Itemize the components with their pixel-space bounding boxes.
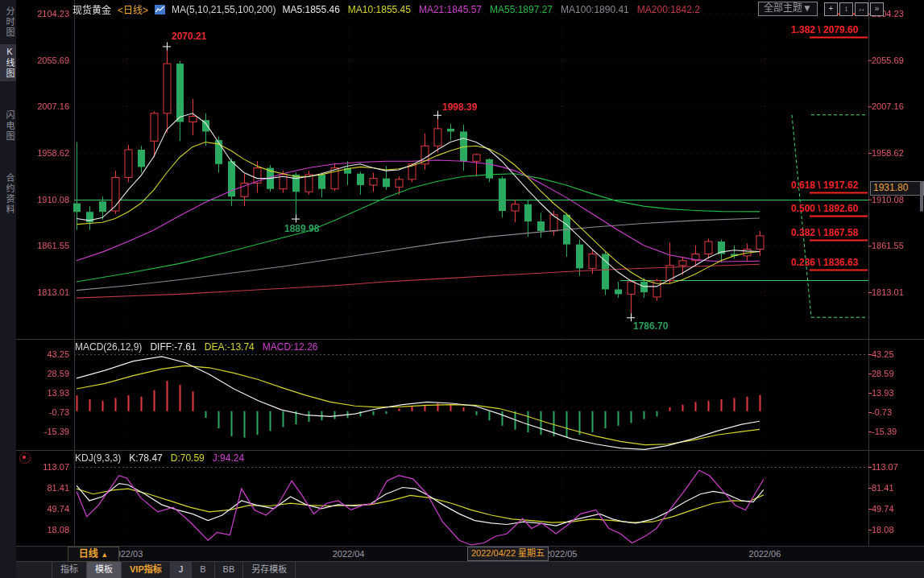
price-axis-label: 1958.62: [16, 148, 69, 158]
fib-level-label: 1.382 \ 2079.60: [791, 24, 872, 35]
price-axis-label: 43.25: [16, 349, 69, 359]
fit-vertical-icon[interactable]: ↕: [839, 2, 853, 16]
price-axis-label: -15.39: [872, 427, 897, 436]
price-axis-label: 1861.55: [16, 241, 69, 250]
chart-type-icon: [155, 5, 165, 14]
period-tag: <日线>: [118, 2, 148, 16]
theme-dropdown-button[interactable]: 全部主题▼: [758, 2, 818, 16]
price-axis-label: 1861.55: [872, 241, 904, 250]
price-axis-label: 2007.16: [16, 101, 69, 111]
kdj-readout: J:94.24: [213, 452, 244, 464]
fib-level-label: 0.236 \ 1836.63: [791, 257, 872, 268]
fib-level-label: 0.382 \ 1867.58: [791, 227, 872, 238]
macd-readout-row: MACD(26,12,9) DIFF:-7.61DEA:-13.74MACD:1…: [75, 341, 317, 353]
price-axis-label: 2055.69: [16, 56, 69, 65]
price-axis-label: -15.39: [16, 427, 69, 436]
chart-header: 现货黄金<日线> MA(5,10,21,55,100,200) MA5:1855…: [16, 0, 924, 18]
price-axis-label: 2007.16: [872, 101, 904, 111]
price-axis-label: 1910.08: [872, 195, 904, 204]
price-axis-label: 28.59: [16, 369, 69, 378]
period-selector[interactable]: 日线 ▲: [68, 547, 119, 562]
pan-icon[interactable]: +: [824, 2, 838, 16]
jump-latest-icon[interactable]: »: [870, 2, 884, 16]
tab-2[interactable]: 模板: [87, 562, 122, 578]
price-axis-label: 1813.01: [872, 287, 904, 297]
fib-level-label: 0.500 \ 1892.60: [791, 203, 872, 214]
price-extreme-label: 2070.21: [172, 31, 206, 42]
price-axis-label: 18.08: [872, 525, 894, 535]
price-extreme-label: 1786.70: [633, 320, 668, 332]
chart-canvas[interactable]: [16, 0, 924, 546]
chart-area: 2104.232104.232055.692055.692007.162007.…: [16, 0, 924, 546]
price-axis-label: 28.59: [872, 369, 894, 378]
month-label: 2022/04: [333, 549, 365, 559]
tab-3[interactable]: VIP指标: [122, 562, 171, 578]
header-left: 现货黄金<日线> MA(5,10,21,55,100,200) MA5:1855…: [73, 2, 700, 16]
symbol-name: 现货黄金: [73, 2, 111, 16]
price-axis-label: 13.93: [872, 388, 894, 398]
macd-readout: DIFF:-7.61: [150, 341, 196, 353]
bottom-tab-bar: 指标模板VIP指标JBBB另存模板: [16, 561, 924, 578]
ma-readout: MA200:1842.2: [637, 4, 700, 15]
trading-terminal: 分时图K线图闪电图合约资料 现货黄金<日线> MA(5,10,21,55,100…: [0, 0, 924, 578]
kdj-params: KDJ(9,3,3): [75, 452, 121, 464]
fib-level-label: 0.618 \ 1917.62: [791, 180, 872, 191]
price-axis-label: 49.74: [872, 504, 894, 514]
month-label: 2022/06: [749, 549, 781, 559]
ma-settings-label: MA(5,10,21,55,100,200): [172, 4, 276, 15]
price-axis-label: 13.93: [16, 388, 69, 398]
indicator-settings-icon[interactable]: [19, 452, 31, 464]
sidebar-item-3[interactable]: 闪电图: [0, 108, 16, 144]
price-extreme-label: 1889.98: [284, 223, 319, 234]
price-axis-label: 43.25: [872, 349, 894, 359]
fit-horizontal-icon[interactable]: ↔: [855, 2, 868, 16]
price-axis-label: -0.73: [872, 407, 892, 417]
toolbar-icons: +↕↔»: [824, 2, 884, 16]
price-axis-label: 113.07: [872, 462, 898, 472]
price-axis-label: 1958.62: [872, 148, 904, 158]
left-sidebar: 分时图K线图闪电图合约资料: [0, 0, 17, 578]
sidebar-item-4[interactable]: 合约资料: [0, 171, 16, 217]
price-axis-label: -0.73: [16, 407, 69, 417]
ma-readout: MA100:1890.41: [561, 4, 629, 15]
macd-readout: DEA:-13.74: [205, 341, 255, 353]
macd-readout: MACD:12.26: [263, 341, 318, 353]
tab-5[interactable]: B: [192, 562, 214, 578]
ma-readout: MA5:1855.46: [282, 4, 339, 15]
price-axis-label: 81.41: [872, 483, 894, 493]
tab-1[interactable]: 指标: [52, 562, 87, 578]
kdj-values: K:78.47D:70.59J:94.24: [129, 452, 244, 464]
price-axis-label: 1813.01: [16, 287, 69, 297]
tab-7[interactable]: 另存模板: [243, 562, 296, 578]
kdj-readout-row: KDJ(9,3,3) K:78.47D:70.59J:94.24: [75, 452, 244, 464]
ma-readouts: MA5:1855.46MA10:1855.45MA21:1845.57MA55:…: [282, 4, 699, 15]
period-up-arrow: ▲: [101, 551, 108, 559]
date-axis-bar: 日线 ▲ 2022/032022/042022/052022/06 2022/0…: [16, 546, 924, 562]
price-axis-label: 1910.08: [16, 195, 69, 204]
tab-4[interactable]: J: [171, 562, 193, 578]
scrollbar-thumb[interactable]: [920, 181, 923, 212]
macd-values: DIFF:-7.61DEA:-13.74MACD:12.26: [150, 341, 317, 353]
macd-params: MACD(26,12,9): [75, 341, 142, 353]
price-axis-label: 2055.69: [872, 56, 904, 65]
ma-readout: MA55:1897.27: [490, 4, 553, 15]
kdj-readout: D:70.59: [171, 452, 205, 464]
selected-price-box: 1931.80: [870, 181, 924, 196]
kdj-readout: K:78.47: [129, 452, 162, 464]
price-axis-label: 49.74: [16, 504, 69, 514]
price-axis-label: 18.08: [16, 525, 69, 535]
price-axis-label: 81.41: [16, 483, 69, 493]
sidebar-item-1[interactable]: 分时图: [0, 4, 16, 40]
tab-6[interactable]: BB: [215, 562, 244, 578]
header-toolbar: 全部主题▼ +↕↔»: [758, 2, 884, 16]
sidebar-item-2[interactable]: K线图: [0, 44, 16, 81]
price-extreme-label: 1998.39: [442, 101, 477, 113]
month-label: 2022/05: [545, 549, 578, 559]
ma-readout: MA10:1855.45: [348, 4, 411, 15]
date-tooltip: 2022/04/22 星期五: [467, 547, 549, 561]
ma-readout: MA21:1845.57: [419, 4, 482, 15]
